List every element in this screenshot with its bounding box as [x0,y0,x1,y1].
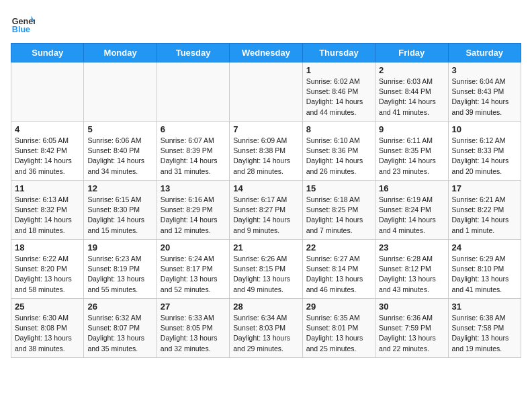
calendar-cell: 26Sunrise: 6:32 AM Sunset: 8:07 PM Dayli… [84,299,157,358]
calendar-cell: 25Sunrise: 6:30 AM Sunset: 8:08 PM Dayli… [11,299,84,358]
day-number: 19 [87,242,152,253]
day-info: Sunrise: 6:11 AM Sunset: 8:35 PM Dayligh… [379,136,444,177]
day-header-thursday: Thursday [302,44,375,62]
calendar-cell: 29Sunrise: 6:35 AM Sunset: 8:01 PM Dayli… [302,299,375,358]
day-info: Sunrise: 6:18 AM Sunset: 8:25 PM Dayligh… [306,195,371,236]
day-number: 26 [87,302,152,312]
calendar-cell: 24Sunrise: 6:29 AM Sunset: 8:10 PM Dayli… [448,240,521,299]
day-number: 17 [452,183,517,193]
calendar-cell [84,62,157,122]
day-number: 3 [452,65,517,75]
day-number: 20 [161,242,226,253]
calendar-cell: 14Sunrise: 6:17 AM Sunset: 8:27 PM Dayli… [230,181,302,240]
calendar-cell: 1Sunrise: 6:02 AM Sunset: 8:46 PM Daylig… [302,62,375,122]
day-number: 1 [306,65,371,75]
day-info: Sunrise: 6:10 AM Sunset: 8:36 PM Dayligh… [306,136,371,177]
day-info: Sunrise: 6:09 AM Sunset: 8:38 PM Dayligh… [233,136,298,177]
day-header-saturday: Saturday [448,44,521,62]
day-info: Sunrise: 6:30 AM Sunset: 8:08 PM Dayligh… [15,313,80,354]
calendar-cell [11,62,84,122]
calendar-cell: 21Sunrise: 6:26 AM Sunset: 8:15 PM Dayli… [230,240,302,299]
day-info: Sunrise: 6:22 AM Sunset: 8:20 PM Dayligh… [15,254,80,295]
day-number: 6 [161,124,226,134]
day-number: 8 [306,124,371,134]
calendar-cell: 16Sunrise: 6:19 AM Sunset: 8:24 PM Dayli… [375,181,448,240]
calendar-cell: 7Sunrise: 6:09 AM Sunset: 8:38 PM Daylig… [230,122,302,181]
calendar-cell: 6Sunrise: 6:07 AM Sunset: 8:39 PM Daylig… [157,122,229,181]
calendar-cell: 5Sunrise: 6:06 AM Sunset: 8:40 PM Daylig… [84,122,157,181]
day-info: Sunrise: 6:29 AM Sunset: 8:10 PM Dayligh… [452,254,517,295]
day-info: Sunrise: 6:23 AM Sunset: 8:19 PM Dayligh… [87,254,152,295]
calendar-cell: 20Sunrise: 6:24 AM Sunset: 8:17 PM Dayli… [157,240,229,299]
day-info: Sunrise: 6:21 AM Sunset: 8:22 PM Dayligh… [452,195,517,236]
day-info: Sunrise: 6:07 AM Sunset: 8:39 PM Dayligh… [161,136,226,177]
day-number: 18 [15,242,80,253]
day-header-monday: Monday [84,44,157,62]
calendar-cell: 23Sunrise: 6:28 AM Sunset: 8:12 PM Dayli… [375,240,448,299]
day-number: 24 [452,242,517,253]
day-info: Sunrise: 6:24 AM Sunset: 8:17 PM Dayligh… [161,254,226,295]
day-number: 12 [87,183,152,193]
calendar-cell: 3Sunrise: 6:04 AM Sunset: 8:43 PM Daylig… [448,62,521,122]
calendar-table: SundayMondayTuesdayWednesdayThursdayFrid… [11,43,521,358]
day-number: 25 [15,302,80,312]
day-number: 30 [379,302,444,312]
day-number: 13 [161,183,226,193]
day-info: Sunrise: 6:05 AM Sunset: 8:42 PM Dayligh… [15,136,80,177]
day-info: Sunrise: 6:06 AM Sunset: 8:40 PM Dayligh… [87,136,152,177]
day-info: Sunrise: 6:27 AM Sunset: 8:14 PM Dayligh… [306,254,371,295]
day-info: Sunrise: 6:35 AM Sunset: 8:01 PM Dayligh… [306,313,371,354]
calendar-cell [157,62,229,122]
day-info: Sunrise: 6:17 AM Sunset: 8:27 PM Dayligh… [233,195,298,236]
calendar-cell: 2Sunrise: 6:03 AM Sunset: 8:44 PM Daylig… [375,62,448,122]
day-number: 7 [233,124,298,134]
calendar-cell: 8Sunrise: 6:10 AM Sunset: 8:36 PM Daylig… [302,122,375,181]
day-number: 23 [379,242,444,253]
day-header-friday: Friday [375,44,448,62]
day-info: Sunrise: 6:13 AM Sunset: 8:32 PM Dayligh… [15,195,80,236]
calendar-cell: 27Sunrise: 6:33 AM Sunset: 8:05 PM Dayli… [157,299,229,358]
day-number: 14 [233,183,298,193]
day-info: Sunrise: 6:02 AM Sunset: 8:46 PM Dayligh… [306,77,371,118]
day-number: 28 [233,302,298,312]
calendar-cell: 17Sunrise: 6:21 AM Sunset: 8:22 PM Dayli… [448,181,521,240]
day-number: 16 [379,183,444,193]
logo-icon: General Blue [11,11,35,35]
day-info: Sunrise: 6:04 AM Sunset: 8:43 PM Dayligh… [452,77,517,118]
calendar-cell: 19Sunrise: 6:23 AM Sunset: 8:19 PM Dayli… [84,240,157,299]
day-header-sunday: Sunday [11,44,84,62]
day-info: Sunrise: 6:34 AM Sunset: 8:03 PM Dayligh… [233,313,298,354]
day-number: 11 [15,183,80,193]
day-number: 4 [15,124,80,134]
calendar-cell: 10Sunrise: 6:12 AM Sunset: 8:33 PM Dayli… [448,122,521,181]
calendar-cell: 18Sunrise: 6:22 AM Sunset: 8:20 PM Dayli… [11,240,84,299]
day-info: Sunrise: 6:19 AM Sunset: 8:24 PM Dayligh… [379,195,444,236]
calendar-cell: 11Sunrise: 6:13 AM Sunset: 8:32 PM Dayli… [11,181,84,240]
logo: General Blue [11,11,35,35]
day-info: Sunrise: 6:36 AM Sunset: 7:59 PM Dayligh… [379,313,444,354]
day-info: Sunrise: 6:32 AM Sunset: 8:07 PM Dayligh… [87,313,152,354]
calendar-header: SundayMondayTuesdayWednesdayThursdayFrid… [11,44,521,62]
day-info: Sunrise: 6:15 AM Sunset: 8:30 PM Dayligh… [87,195,152,236]
day-number: 10 [452,124,517,134]
page-header: General Blue [11,11,521,35]
day-number: 31 [452,302,517,312]
day-number: 29 [306,302,371,312]
calendar-cell: 31Sunrise: 6:38 AM Sunset: 7:58 PM Dayli… [448,299,521,358]
day-number: 15 [306,183,371,193]
calendar-cell: 15Sunrise: 6:18 AM Sunset: 8:25 PM Dayli… [302,181,375,240]
day-info: Sunrise: 6:33 AM Sunset: 8:05 PM Dayligh… [161,313,226,354]
calendar-cell: 12Sunrise: 6:15 AM Sunset: 8:30 PM Dayli… [84,181,157,240]
calendar-cell: 28Sunrise: 6:34 AM Sunset: 8:03 PM Dayli… [230,299,302,358]
calendar-cell: 30Sunrise: 6:36 AM Sunset: 7:59 PM Dayli… [375,299,448,358]
day-info: Sunrise: 6:12 AM Sunset: 8:33 PM Dayligh… [452,136,517,177]
calendar-cell: 9Sunrise: 6:11 AM Sunset: 8:35 PM Daylig… [375,122,448,181]
day-number: 9 [379,124,444,134]
svg-text:Blue: Blue [12,25,30,34]
day-info: Sunrise: 6:28 AM Sunset: 8:12 PM Dayligh… [379,254,444,295]
day-info: Sunrise: 6:26 AM Sunset: 8:15 PM Dayligh… [233,254,298,295]
day-header-wednesday: Wednesday [230,44,302,62]
day-number: 5 [87,124,152,134]
calendar-cell: 4Sunrise: 6:05 AM Sunset: 8:42 PM Daylig… [11,122,84,181]
day-number: 2 [379,65,444,75]
